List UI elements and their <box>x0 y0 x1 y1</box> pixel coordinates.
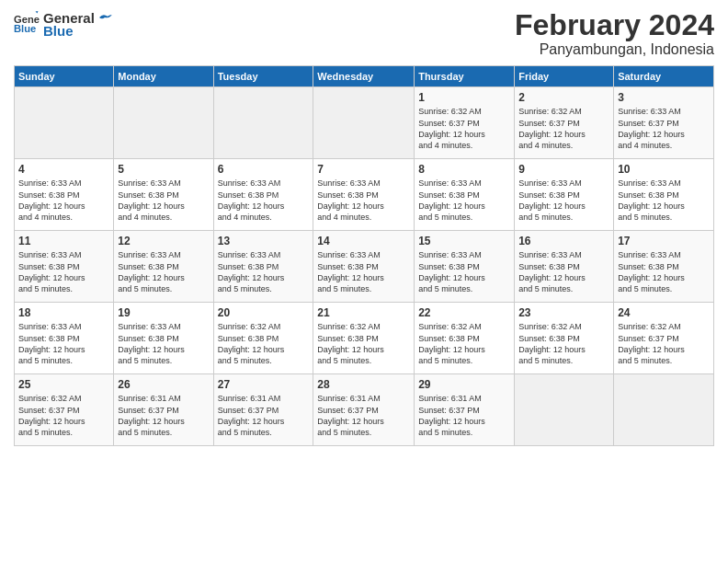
table-row: 10Sunrise: 6:33 AM Sunset: 6:38 PM Dayli… <box>614 159 714 231</box>
col-thursday: Thursday <box>415 66 515 87</box>
day-number: 12 <box>118 234 209 248</box>
table-row: 5Sunrise: 6:33 AM Sunset: 6:38 PM Daylig… <box>114 159 213 231</box>
day-number: 13 <box>218 234 310 248</box>
day-info: Sunrise: 6:32 AM Sunset: 6:38 PM Dayligh… <box>317 321 410 366</box>
table-row: 17Sunrise: 6:33 AM Sunset: 6:38 PM Dayli… <box>614 231 714 303</box>
day-number: 14 <box>317 234 410 248</box>
day-info: Sunrise: 6:33 AM Sunset: 6:38 PM Dayligh… <box>418 178 510 223</box>
week-row-5: 25Sunrise: 6:32 AM Sunset: 6:37 PM Dayli… <box>15 374 714 446</box>
day-info: Sunrise: 6:32 AM Sunset: 6:37 PM Dayligh… <box>18 393 109 438</box>
table-row: 28Sunrise: 6:31 AM Sunset: 6:37 PM Dayli… <box>313 374 415 446</box>
col-saturday: Saturday <box>614 66 714 87</box>
day-number: 17 <box>618 234 710 248</box>
logo-bird-icon <box>97 9 113 26</box>
table-row: 11Sunrise: 6:33 AM Sunset: 6:38 PM Dayli… <box>15 231 114 303</box>
day-number: 27 <box>218 377 310 392</box>
table-row <box>213 87 313 159</box>
logo-icon: General Blue <box>14 11 40 37</box>
day-info: Sunrise: 6:33 AM Sunset: 6:38 PM Dayligh… <box>118 249 209 294</box>
header: General Blue General Blue February 2024 … <box>14 9 714 58</box>
day-info: Sunrise: 6:33 AM Sunset: 6:38 PM Dayligh… <box>218 249 310 294</box>
table-row <box>313 87 415 159</box>
day-info: Sunrise: 6:33 AM Sunset: 6:37 PM Dayligh… <box>618 106 710 151</box>
day-number: 29 <box>418 377 510 392</box>
day-info: Sunrise: 6:33 AM Sunset: 6:38 PM Dayligh… <box>518 249 609 294</box>
day-number: 4 <box>18 162 109 177</box>
day-info: Sunrise: 6:32 AM Sunset: 6:38 PM Dayligh… <box>518 321 609 366</box>
table-row <box>15 87 114 159</box>
table-row: 26Sunrise: 6:31 AM Sunset: 6:37 PM Dayli… <box>114 374 213 446</box>
day-number: 8 <box>418 162 510 177</box>
day-info: Sunrise: 6:33 AM Sunset: 6:38 PM Dayligh… <box>218 178 310 223</box>
table-row: 1Sunrise: 6:32 AM Sunset: 6:37 PM Daylig… <box>415 87 515 159</box>
table-row <box>114 87 213 159</box>
day-info: Sunrise: 6:31 AM Sunset: 6:37 PM Dayligh… <box>118 393 209 438</box>
day-number: 19 <box>118 305 209 320</box>
week-row-2: 4Sunrise: 6:33 AM Sunset: 6:38 PM Daylig… <box>15 159 714 231</box>
day-number: 15 <box>418 234 510 248</box>
table-row: 13Sunrise: 6:33 AM Sunset: 6:38 PM Dayli… <box>213 231 313 303</box>
table-row <box>515 374 614 446</box>
day-number: 22 <box>418 305 510 320</box>
day-number: 25 <box>18 377 109 392</box>
calendar-header-row: Sunday Monday Tuesday Wednesday Thursday… <box>15 66 714 87</box>
day-info: Sunrise: 6:33 AM Sunset: 6:38 PM Dayligh… <box>18 178 109 223</box>
logo: General Blue General Blue <box>14 9 113 39</box>
table-row: 20Sunrise: 6:32 AM Sunset: 6:38 PM Dayli… <box>213 303 313 374</box>
day-info: Sunrise: 6:32 AM Sunset: 6:37 PM Dayligh… <box>418 106 510 151</box>
table-row <box>614 374 714 446</box>
day-number: 3 <box>618 90 710 105</box>
table-row: 27Sunrise: 6:31 AM Sunset: 6:37 PM Dayli… <box>213 374 313 446</box>
table-row: 22Sunrise: 6:32 AM Sunset: 6:38 PM Dayli… <box>415 303 515 374</box>
day-number: 24 <box>618 305 710 320</box>
table-row: 19Sunrise: 6:33 AM Sunset: 6:38 PM Dayli… <box>114 303 213 374</box>
table-row: 2Sunrise: 6:32 AM Sunset: 6:37 PM Daylig… <box>515 87 614 159</box>
table-row: 21Sunrise: 6:32 AM Sunset: 6:38 PM Dayli… <box>313 303 415 374</box>
table-row: 6Sunrise: 6:33 AM Sunset: 6:38 PM Daylig… <box>213 159 313 231</box>
day-number: 11 <box>18 234 109 248</box>
day-number: 26 <box>118 377 209 392</box>
table-row: 9Sunrise: 6:33 AM Sunset: 6:38 PM Daylig… <box>515 159 614 231</box>
day-number: 10 <box>618 162 710 177</box>
day-info: Sunrise: 6:32 AM Sunset: 6:38 PM Dayligh… <box>418 321 510 366</box>
title-block: February 2024 Panyambungan, Indonesia <box>515 9 714 58</box>
day-number: 21 <box>317 305 410 320</box>
col-monday: Monday <box>114 66 213 87</box>
day-number: 16 <box>518 234 609 248</box>
table-row: 14Sunrise: 6:33 AM Sunset: 6:38 PM Dayli… <box>313 231 415 303</box>
table-row: 18Sunrise: 6:33 AM Sunset: 6:38 PM Dayli… <box>15 303 114 374</box>
day-number: 9 <box>518 162 609 177</box>
day-info: Sunrise: 6:31 AM Sunset: 6:37 PM Dayligh… <box>317 393 410 438</box>
day-info: Sunrise: 6:32 AM Sunset: 6:37 PM Dayligh… <box>518 106 609 151</box>
day-number: 20 <box>218 305 310 320</box>
day-info: Sunrise: 6:33 AM Sunset: 6:38 PM Dayligh… <box>518 178 609 223</box>
table-row: 23Sunrise: 6:32 AM Sunset: 6:38 PM Dayli… <box>515 303 614 374</box>
table-row: 4Sunrise: 6:33 AM Sunset: 6:38 PM Daylig… <box>15 159 114 231</box>
day-info: Sunrise: 6:31 AM Sunset: 6:37 PM Dayligh… <box>418 393 510 438</box>
table-row: 12Sunrise: 6:33 AM Sunset: 6:38 PM Dayli… <box>114 231 213 303</box>
calendar-table: Sunday Monday Tuesday Wednesday Thursday… <box>14 65 714 446</box>
table-row: 25Sunrise: 6:32 AM Sunset: 6:37 PM Dayli… <box>15 374 114 446</box>
table-row: 8Sunrise: 6:33 AM Sunset: 6:38 PM Daylig… <box>415 159 515 231</box>
day-info: Sunrise: 6:33 AM Sunset: 6:38 PM Dayligh… <box>118 178 209 223</box>
table-row: 24Sunrise: 6:32 AM Sunset: 6:37 PM Dayli… <box>614 303 714 374</box>
day-info: Sunrise: 6:33 AM Sunset: 6:38 PM Dayligh… <box>618 178 710 223</box>
week-row-1: 1Sunrise: 6:32 AM Sunset: 6:37 PM Daylig… <box>15 87 714 159</box>
day-number: 23 <box>518 305 609 320</box>
table-row: 15Sunrise: 6:33 AM Sunset: 6:38 PM Dayli… <box>415 231 515 303</box>
col-wednesday: Wednesday <box>313 66 415 87</box>
table-row: 16Sunrise: 6:33 AM Sunset: 6:38 PM Dayli… <box>515 231 614 303</box>
day-number: 1 <box>418 90 510 105</box>
day-info: Sunrise: 6:33 AM Sunset: 6:38 PM Dayligh… <box>618 249 710 294</box>
table-row: 7Sunrise: 6:33 AM Sunset: 6:38 PM Daylig… <box>313 159 415 231</box>
day-number: 18 <box>18 305 109 320</box>
col-tuesday: Tuesday <box>213 66 313 87</box>
week-row-4: 18Sunrise: 6:33 AM Sunset: 6:38 PM Dayli… <box>15 303 714 374</box>
day-number: 6 <box>218 162 310 177</box>
day-number: 28 <box>317 377 410 392</box>
day-info: Sunrise: 6:33 AM Sunset: 6:38 PM Dayligh… <box>18 249 109 294</box>
day-info: Sunrise: 6:33 AM Sunset: 6:38 PM Dayligh… <box>317 178 410 223</box>
day-info: Sunrise: 6:31 AM Sunset: 6:37 PM Dayligh… <box>218 393 310 438</box>
day-number: 5 <box>118 162 209 177</box>
calendar-title: February 2024 <box>515 9 714 41</box>
